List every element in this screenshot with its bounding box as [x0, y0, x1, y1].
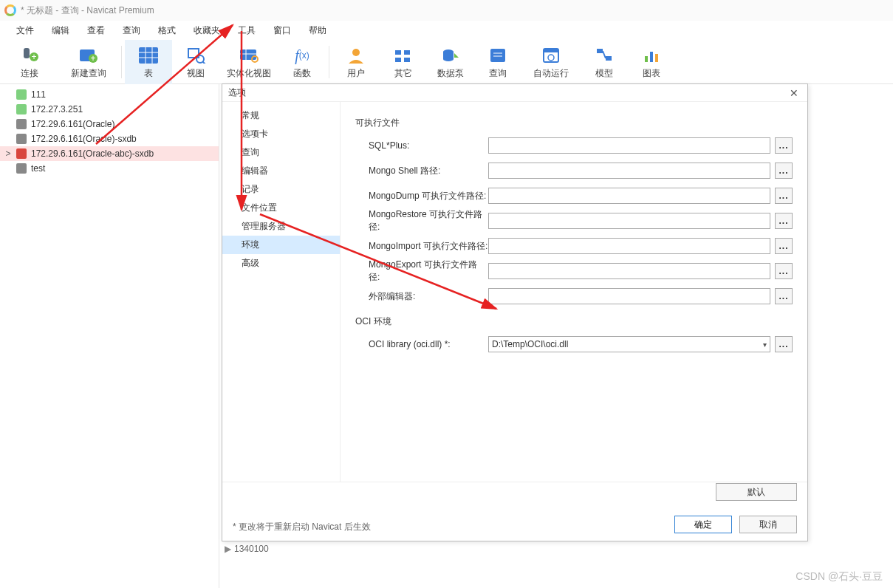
- ok-button[interactable]: 确定: [674, 516, 732, 533]
- label-mongodump: MongoDump 可执行文件路径:: [355, 190, 488, 202]
- svg-rect-20: [404, 50, 410, 55]
- svg-rect-22: [404, 58, 410, 62]
- sidebar-item[interactable]: 111: [0, 87, 219, 102]
- svg-point-25: [443, 57, 454, 61]
- nav-general[interactable]: 常规: [222, 106, 340, 125]
- toolbar-separator: [121, 46, 122, 78]
- close-icon[interactable]: ✕: [787, 87, 801, 99]
- restart-note: * 更改将于重新启动 Navicat 后生效: [233, 521, 371, 533]
- svg-rect-0: [24, 48, 30, 58]
- tb-newquery[interactable]: +新建查询: [59, 40, 118, 84]
- tb-other[interactable]: 其它: [380, 40, 427, 84]
- svg-rect-26: [490, 49, 505, 62]
- menu-edit[interactable]: 编辑: [43, 21, 78, 40]
- tb-connect[interactable]: +连接: [0, 40, 59, 84]
- browse-button[interactable]: ...: [775, 238, 793, 254]
- default-button[interactable]: 默认: [716, 483, 797, 501]
- play-icon[interactable]: ▶: [225, 544, 231, 554]
- label-mongoimport: MongoImport 可执行文件路径:: [355, 240, 488, 253]
- tb-auto[interactable]: 自动运行: [521, 40, 581, 84]
- menu-file[interactable]: 文件: [7, 21, 43, 40]
- dialog-title: 选项: [228, 86, 246, 99]
- menu-query[interactable]: 查询: [114, 21, 149, 40]
- nav-records[interactable]: 记录: [222, 180, 340, 199]
- browse-button[interactable]: ...: [775, 188, 793, 204]
- input-mongoshell[interactable]: [488, 163, 770, 179]
- svg-rect-32: [597, 49, 603, 53]
- svg-rect-35: [645, 56, 648, 62]
- input-mongorestore[interactable]: [488, 213, 770, 229]
- nav-query[interactable]: 查询: [222, 143, 340, 162]
- svg-line-34: [603, 51, 606, 58]
- svg-rect-30: [544, 49, 558, 52]
- dialog-titlebar: 选项 ✕: [222, 84, 807, 102]
- window-titlebar: * 无标题 - 查询 - Navicat Premium: [0, 0, 893, 21]
- browse-button[interactable]: ...: [775, 336, 793, 352]
- browse-button[interactable]: ...: [775, 137, 793, 154]
- tb-model[interactable]: 模型: [581, 40, 628, 84]
- db-icon: [16, 104, 27, 114]
- expand-icon[interactable]: >: [4, 148, 12, 159]
- db-icon: [16, 148, 27, 159]
- nav-tabs[interactable]: 选项卡: [222, 125, 340, 143]
- nav-manageserver[interactable]: 管理服务器: [222, 217, 340, 236]
- menubar: 文件 编辑 查看 查询 格式 收藏夹 工具 窗口 帮助: [0, 21, 893, 40]
- section-oci: OCI 环境: [355, 315, 793, 328]
- svg-text:+: +: [31, 52, 36, 62]
- svg-rect-19: [395, 50, 401, 55]
- input-mongodump[interactable]: [488, 188, 770, 204]
- tb-query[interactable]: 查询: [474, 40, 521, 84]
- tb-matview[interactable]: 实体化视图: [219, 40, 278, 84]
- input-exteditor[interactable]: [488, 288, 770, 304]
- menu-format[interactable]: 格式: [149, 21, 185, 40]
- input-mongoexport[interactable]: [488, 263, 770, 279]
- sidebar-item[interactable]: 172.29.6.161(Oracle): [0, 117, 219, 131]
- input-sqlplus[interactable]: [488, 137, 770, 154]
- connection-sidebar: 111 172.27.3.251 172.29.6.161(Oracle) 17…: [0, 84, 219, 588]
- nav-advanced[interactable]: 高级: [222, 254, 340, 273]
- input-mongoimport[interactable]: [488, 238, 770, 254]
- sidebar-item[interactable]: 172.27.3.251: [0, 102, 219, 117]
- sidebar-item[interactable]: 172.29.6.161(Oracle)-sxdb: [0, 131, 219, 146]
- browse-button[interactable]: ...: [775, 163, 793, 179]
- tb-user[interactable]: 用户: [332, 40, 380, 84]
- app-logo-icon: [4, 4, 16, 16]
- nav-environment[interactable]: 环境: [222, 236, 340, 254]
- watermark: CSDN @石头·豆豆: [796, 570, 883, 584]
- menu-tools[interactable]: 工具: [229, 21, 264, 40]
- label-mongoexport: MongoExport 可执行文件路径:: [355, 259, 488, 284]
- sidebar-item-selected[interactable]: >172.29.6.161(Oracle-abc)-sxdb: [0, 146, 219, 161]
- nav-editor[interactable]: 编辑器: [222, 162, 340, 180]
- svg-rect-36: [650, 52, 653, 62]
- label-sqlplus: SQL*Plus:: [355, 140, 488, 151]
- svg-point-18: [352, 49, 360, 56]
- combo-ocilib[interactable]: D:\Temp\OCI\oci.dll▾: [488, 336, 770, 352]
- chevron-down-icon: ▾: [763, 341, 767, 349]
- window-title: * 无标题 - 查询 - Navicat Premium: [21, 4, 154, 17]
- menu-favorites[interactable]: 收藏夹: [185, 21, 229, 40]
- label-ocilib: OCI library (oci.dll) *:: [355, 339, 488, 349]
- tb-pump[interactable]: 数据泵: [427, 40, 474, 84]
- tb-func[interactable]: f(x)函数: [278, 40, 326, 84]
- label-mongoshell: Mongo Shell 路径:: [355, 165, 488, 177]
- svg-line-13: [202, 61, 205, 64]
- cancel-button[interactable]: 取消: [739, 516, 797, 533]
- svg-rect-21: [395, 58, 401, 62]
- svg-point-31: [548, 55, 554, 61]
- tb-view[interactable]: 视图: [172, 40, 219, 84]
- browse-button[interactable]: ...: [775, 288, 793, 304]
- status-strip: ▶ 1340100: [222, 542, 269, 555]
- toolbar-separator: [329, 46, 329, 78]
- browse-button[interactable]: ...: [775, 213, 793, 229]
- menu-view[interactable]: 查看: [78, 21, 114, 40]
- svg-text:+: +: [90, 53, 95, 64]
- browse-button[interactable]: ...: [775, 263, 793, 279]
- menu-help[interactable]: 帮助: [300, 21, 335, 40]
- label-mongorestore: MongoRestore 可执行文件路径:: [355, 208, 488, 233]
- svg-rect-6: [139, 47, 158, 64]
- tb-chart[interactable]: 图表: [628, 40, 675, 84]
- menu-window[interactable]: 窗口: [264, 21, 300, 40]
- nav-filelocation[interactable]: 文件位置: [222, 199, 340, 217]
- tb-table[interactable]: 表: [125, 40, 172, 84]
- sidebar-item[interactable]: test: [0, 161, 219, 176]
